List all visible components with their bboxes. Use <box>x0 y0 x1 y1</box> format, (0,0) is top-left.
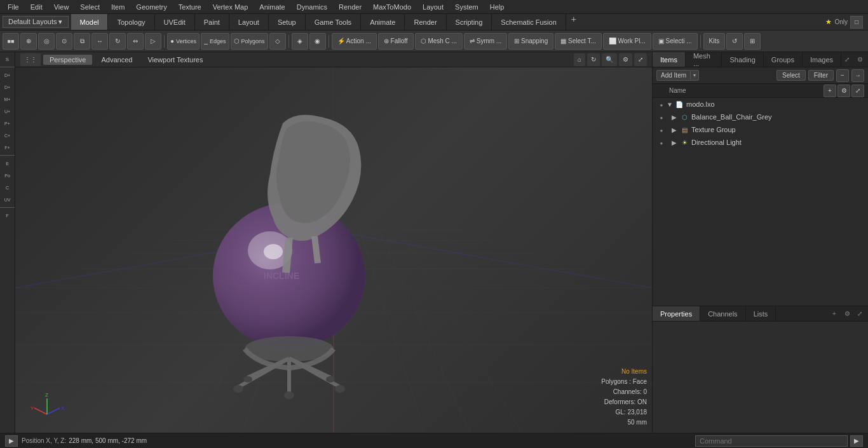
symm-btn[interactable]: ⇌ Symm ... <box>464 33 507 50</box>
viewport-tab-perspective[interactable]: Perspective <box>43 55 92 65</box>
menu-select[interactable]: Select <box>75 2 105 12</box>
sidebar-uv[interactable]: U+ <box>1 105 15 117</box>
menu-render[interactable]: Render <box>334 2 367 12</box>
action-btn[interactable]: ⚡ Action ... <box>332 33 377 50</box>
viewport-zoom-btn[interactable]: 🔍 <box>602 53 617 66</box>
expand-icon-texture[interactable]: ▶ <box>672 126 679 133</box>
menu-system[interactable]: System <box>450 2 484 12</box>
menu-view[interactable]: View <box>49 2 74 12</box>
maximize-btn[interactable]: □ <box>850 16 863 29</box>
vertices-btn[interactable]: ● Vertices <box>167 33 200 50</box>
viewport-maximize-btn[interactable]: ⤢ <box>634 53 647 66</box>
polygons-btn[interactable]: ⬡ Polygons <box>231 33 268 50</box>
props-tab-lists[interactable]: Lists <box>746 306 776 321</box>
panel-tab-images[interactable]: Images <box>803 52 841 67</box>
menu-dynamics[interactable]: Dynamics <box>292 2 332 12</box>
transform-btn[interactable]: ⊕ <box>20 33 37 50</box>
mesh-c-btn[interactable]: ⬡ Mesh C ... <box>415 33 463 50</box>
tree-item-balance-ball[interactable]: ▶ ⬡ Balance_Ball_Chair_Grey <box>653 111 868 123</box>
sidebar-dup[interactable]: D+ <box>1 69 15 81</box>
filter-items-btn[interactable]: Filter <box>808 70 834 81</box>
toggle-btn-2[interactable]: ◉ <box>309 33 326 50</box>
eye-icon-light[interactable] <box>656 137 667 147</box>
camera-rotate-btn[interactable]: ↺ <box>726 33 743 50</box>
tab-layout[interactable]: Layout <box>229 14 269 30</box>
tab-setup[interactable]: Setup <box>269 14 306 30</box>
subd-btn[interactable]: ◇ <box>269 33 286 50</box>
list-expand-btn[interactable]: ⤢ <box>851 85 864 97</box>
snapping-btn[interactable]: ⊞ Snapping <box>508 33 553 50</box>
menu-help[interactable]: Help <box>485 2 510 12</box>
props-tab-properties[interactable]: Properties <box>653 306 700 321</box>
select-items-btn[interactable]: Select <box>776 70 806 81</box>
eye-icon-ball[interactable] <box>656 112 667 122</box>
snap-btn[interactable]: ⧉ <box>74 33 90 50</box>
eye-icon-texture[interactable] <box>656 125 667 135</box>
panel-tab-mesh[interactable]: Mesh ... <box>686 52 722 67</box>
list-settings-btn[interactable]: ⚙ <box>837 85 850 97</box>
props-tab-channels[interactable]: Channels <box>700 306 745 321</box>
tab-topology[interactable]: Topology <box>108 14 154 30</box>
scale-btn[interactable]: ⇔ <box>127 33 144 50</box>
expand-icon-light[interactable]: ▶ <box>672 139 679 146</box>
items-arrow-btn[interactable]: → <box>851 69 864 82</box>
viewport-rotate-btn[interactable]: ↻ <box>587 53 600 66</box>
sidebar-f[interactable]: F <box>1 210 15 221</box>
status-toggle-btn[interactable]: ▶ <box>5 435 18 447</box>
sidebar-dup2[interactable]: D+ <box>1 81 15 93</box>
action-center-btn[interactable]: ⊙ <box>56 33 72 50</box>
tree-item-dir-light[interactable]: ▶ ☀ Directional Light <box>653 136 868 149</box>
sidebar-uvtool[interactable]: UV <box>1 194 15 205</box>
panel-tab-items[interactable]: Items <box>653 52 686 67</box>
menu-edit[interactable]: Edit <box>25 2 48 12</box>
tab-uvedit[interactable]: UVEdit <box>155 14 195 30</box>
eye-icon-modo[interactable] <box>656 99 667 109</box>
props-expand-icon[interactable]: + <box>829 308 840 320</box>
expand-icon-ball[interactable]: ▶ <box>672 114 679 121</box>
tab-animate[interactable]: Animate <box>361 14 405 30</box>
tab-game-tools[interactable]: Game Tools <box>306 14 362 30</box>
viewport-canvas[interactable]: INCLINE No Items Polygons : Face Channel… <box>15 67 652 433</box>
kits-btn[interactable]: Kits <box>703 33 726 50</box>
viewport-tab-viewport-textures[interactable]: Viewport Textures <box>141 55 209 65</box>
panel-tab-groups[interactable]: Groups <box>764 52 803 67</box>
menu-animate[interactable]: Animate <box>254 2 290 12</box>
menu-maxtomode[interactable]: MaxToModo <box>368 2 416 12</box>
sidebar-filter[interactable]: F+ <box>1 142 15 153</box>
tab-add-button[interactable]: + <box>566 14 581 30</box>
menu-file[interactable]: File <box>3 2 24 12</box>
items-minus-btn[interactable]: − <box>836 69 849 82</box>
tree-item-texture-group[interactable]: ▶ ▤ Texture Group <box>653 123 868 136</box>
sidebar-po[interactable]: Po <box>1 170 15 181</box>
menu-vertex-map[interactable]: Vertex Map <box>208 2 254 12</box>
selecti-btn[interactable]: ▣ Selecti ... <box>653 33 698 50</box>
panel-gear-icon[interactable]: ⚙ <box>854 54 865 65</box>
sidebar-select[interactable]: S <box>1 53 15 65</box>
viewport-home-btn[interactable]: ⌂ <box>574 53 585 66</box>
sidebar-poly[interactable]: P+ <box>1 118 15 129</box>
layout-selector[interactable]: Default Layouts ▾ <box>3 16 69 28</box>
viewport-dots-btn[interactable]: ⋮⋮ <box>20 53 41 66</box>
tab-render[interactable]: Render <box>405 14 446 30</box>
select-btn[interactable]: ▷ <box>145 33 161 50</box>
tab-paint[interactable]: Paint <box>195 14 229 30</box>
falloff-btn[interactable]: ⊛ Falloff <box>378 33 414 50</box>
select-t-btn[interactable]: ▦ Select T... <box>555 33 602 50</box>
menu-item[interactable]: Item <box>106 2 130 12</box>
props-maximize-icon[interactable]: ⤢ <box>854 308 865 320</box>
viewport-tab-advanced[interactable]: Advanced <box>95 55 139 65</box>
tab-model[interactable]: Model <box>71 14 109 30</box>
viewport-settings-btn[interactable]: ⚙ <box>619 53 632 66</box>
tab-scripting[interactable]: Scripting <box>447 14 492 30</box>
command-submit-btn[interactable]: ▶ <box>850 435 863 447</box>
command-input[interactable] <box>695 435 848 447</box>
sidebar-edge[interactable]: E <box>1 158 15 169</box>
tree-item-modo-lxo[interactable]: ▼ 📄 modo.lxo <box>653 98 868 111</box>
list-collapse-btn[interactable]: + <box>824 85 836 97</box>
toggle-btn-1[interactable]: ◈ <box>292 33 308 50</box>
expand-icon-modo[interactable]: ▼ <box>667 101 674 108</box>
rotate-btn[interactable]: ↻ <box>109 33 126 50</box>
menu-geometry[interactable]: Geometry <box>131 2 172 12</box>
selection-mode-btn[interactable]: ■■ <box>3 33 19 50</box>
grid-btn[interactable]: ⊞ <box>744 33 761 50</box>
